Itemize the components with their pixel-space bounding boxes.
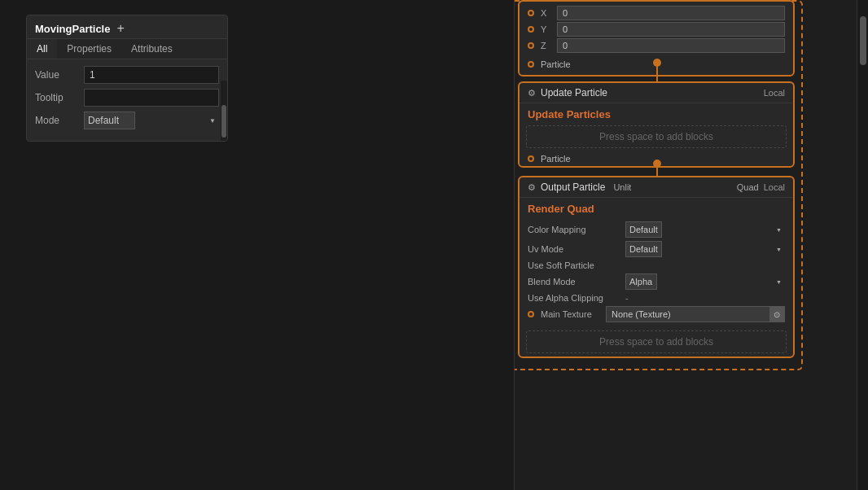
texture-label: Main Texture [541,309,606,319]
x-dot [528,10,534,16]
y-input[interactable] [557,22,785,37]
update-card-body: ⚙ Update Particle Local Update Particles… [518,81,795,168]
output-card-body: ⚙ Output Particle Unlit Quad Local Rende… [518,176,795,358]
output-settings-icon: ⚙ [528,182,536,193]
particle-dot-top [528,61,534,68]
uv-mode-label: Uv Mode [528,244,625,254]
output-local-label: Local [764,182,785,192]
update-subtitle: Update Particles [519,103,793,122]
texture-dot [528,311,534,317]
texture-browse-button[interactable]: ⊙ [769,307,784,322]
alpha-clipping-label: Use Alpha Clipping [528,293,625,303]
update-particle-card: ⚙ Update Particle Local Update Particles… [518,81,795,168]
xyz-row-y: Y [519,21,793,37]
color-mapping-select[interactable]: Default [625,221,662,238]
mode-select[interactable]: Default [84,112,135,129]
mode-row: Mode Default [35,112,219,129]
tab-all[interactable]: All [27,39,57,59]
node-area: X Y Z Particle [503,0,868,490]
unlit-label: Unlit [613,182,631,192]
mode-label: Mode [35,115,84,126]
texture-value-wrap: None (Texture) ⊙ [606,306,785,322]
update-press-space: Press space to add blocks [526,125,787,148]
texture-value: None (Texture) [607,309,769,319]
color-mapping-row: Color Mapping Default [519,220,793,239]
update-local-label: Local [764,88,785,98]
value-label: Value [35,69,84,81]
xyz-row-z: Z [519,37,793,54]
texture-row: Main Texture None (Texture) ⊙ [519,304,793,324]
update-node-header: ⚙ Update Particle Local [519,83,793,103]
alpha-clipping-value: - [625,293,629,303]
soft-particle-row: Use Soft Particle [519,259,793,272]
tab-attributes[interactable]: Attributes [121,39,182,59]
left-border [503,0,515,490]
output-particle-card: ⚙ Output Particle Unlit Quad Local Rende… [518,176,795,358]
connector-dot-1 [653,59,661,67]
blend-mode-select-wrap: Alpha [625,273,785,290]
panel-header: MovingParticle + [27,15,227,39]
z-dot [528,42,534,49]
connector-dot-2 [653,160,661,168]
update-settings-icon: ⚙ [528,88,536,98]
output-right-header: Quad Local [737,182,785,192]
uv-mode-select-wrap: Default [625,241,785,257]
soft-particle-label: Use Soft Particle [528,260,625,270]
uv-mode-row: Uv Mode Default [519,239,793,259]
mode-select-wrapper: Default [84,112,219,129]
xyz-row-x: X [519,5,793,21]
tooltip-row: Tooltip [35,89,219,107]
y-dot [528,26,534,33]
x-input[interactable] [557,6,785,20]
panel-tabs: All Properties Attributes [27,39,227,59]
tooltip-label: Tooltip [35,92,84,103]
tab-properties[interactable]: Properties [57,39,121,59]
panel-title: MovingParticle [35,23,110,35]
xyz-rows: X Y Z [519,2,793,57]
output-node-header: ⚙ Output Particle Unlit Quad Local [519,177,793,198]
output-press-space: Press space to add blocks [526,330,787,353]
tooltip-input[interactable] [84,89,219,107]
left-panel: MovingParticle + All Properties Attribut… [26,15,228,142]
z-input[interactable] [557,38,785,53]
panel-body: Value Tooltip Mode Default [27,59,227,141]
color-mapping-label: Color Mapping [528,225,625,234]
right-scrollbar[interactable] [857,0,868,490]
add-button[interactable]: + [116,22,124,35]
update-node-title: ⚙ Update Particle [528,87,607,98]
x-label: X [541,8,557,18]
z-label: Z [541,41,557,50]
output-subtitle: Render Quad [519,198,793,217]
output-fields: Color Mapping Default Uv Mode Default [519,217,793,327]
blend-mode-select[interactable]: Alpha [625,273,657,290]
value-input[interactable] [84,66,219,84]
color-mapping-select-wrap: Default [625,221,785,238]
uv-mode-select[interactable]: Default [625,241,662,257]
scrollbar-thumb[interactable] [221,105,226,138]
blend-mode-label: Blend Mode [528,277,625,287]
scrollbar-track [221,81,227,141]
particle-dot-update [528,155,534,162]
blend-mode-row: Blend Mode Alpha [519,272,793,291]
value-row: Value [35,66,219,84]
alpha-clipping-row: Use Alpha Clipping - [519,291,793,304]
quad-label: Quad [737,182,759,192]
output-node-title: ⚙ Output Particle Unlit [528,182,631,193]
y-label: Y [541,24,557,34]
right-scrollbar-thumb[interactable] [860,16,866,65]
